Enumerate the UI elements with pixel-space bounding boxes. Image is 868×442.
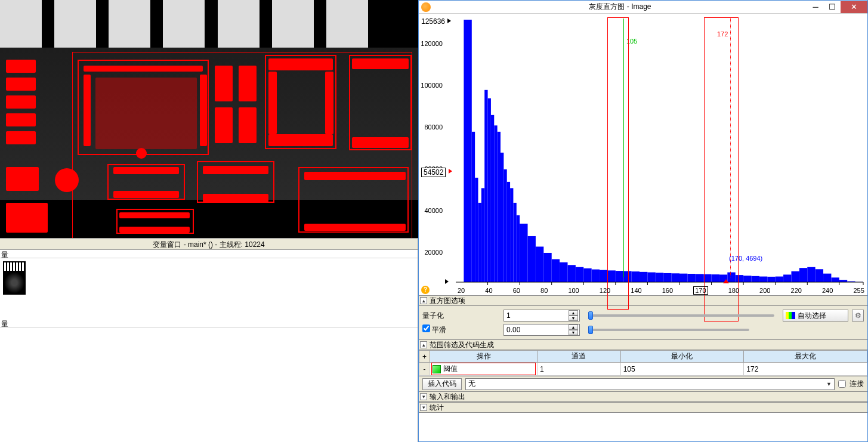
svg-rect-51	[791, 271, 799, 282]
svg-rect-19	[536, 246, 543, 282]
smooth-label-wrap: 平滑	[422, 324, 500, 335]
svg-rect-10	[498, 132, 501, 282]
spin-down-icon[interactable]: ▼	[569, 330, 578, 335]
help-icon[interactable]: ?	[421, 286, 430, 294]
table-row[interactable]: - 阈值 1 105 172	[419, 363, 867, 376]
settings-button[interactable]	[852, 310, 864, 322]
svg-rect-7	[488, 98, 491, 282]
section-label: 输入和输出	[430, 392, 465, 402]
code-language-select[interactable]: 无 ▼	[465, 378, 835, 390]
maximize-button[interactable]: ☐	[824, 1, 841, 13]
section-label: 范围筛选及代码生成	[430, 340, 494, 350]
svg-rect-3	[475, 178, 478, 282]
col-max: 最大化	[744, 351, 867, 363]
col-min: 最小化	[620, 351, 744, 363]
threshold-icon	[433, 365, 441, 373]
svg-rect-48	[767, 277, 775, 282]
svg-rect-35	[663, 273, 671, 282]
svg-rect-37	[679, 274, 687, 282]
svg-rect-47	[759, 277, 767, 282]
spin-up-icon[interactable]: ▲	[569, 324, 578, 330]
svg-rect-13	[507, 182, 510, 282]
quantization-label: 量子化	[422, 311, 500, 321]
svg-rect-12	[503, 169, 506, 282]
section-io[interactable]: ▾ 输入和输出	[419, 391, 867, 402]
cell-min[interactable]: 105	[620, 363, 744, 376]
auto-icon	[786, 312, 795, 319]
zero-arrow-icon	[445, 279, 449, 284]
add-row-button[interactable]: +	[419, 351, 430, 363]
svg-rect-46	[752, 276, 759, 282]
svg-rect-17	[520, 224, 527, 282]
histogram-svg	[419, 14, 867, 295]
auto-select-button[interactable]: 自动选择	[783, 310, 848, 322]
y-max-label: 125636	[421, 17, 445, 26]
close-button[interactable]: ✕	[841, 1, 867, 13]
histogram-chart[interactable]: 12000010000080000600004000020000 125636 …	[419, 14, 867, 295]
connect-checkbox[interactable]	[838, 380, 846, 388]
svg-rect-2	[472, 132, 475, 282]
quantization-input[interactable]: ▲▼	[503, 310, 580, 322]
spin-down-icon[interactable]: ▼	[569, 316, 578, 321]
threshold-table: + 操作 通道 最小化 最大化 - 阈值 1 105 172	[419, 350, 867, 376]
chevron-down-icon: ▼	[826, 381, 832, 387]
svg-rect-54	[816, 269, 823, 282]
remove-row-button[interactable]: -	[419, 363, 430, 376]
left-panel: 变量窗口 - main* () - 主线程: 10224 量 量	[0, 0, 418, 442]
spin-up-icon[interactable]: ▲	[569, 310, 578, 316]
panel-label-bottom: 量	[0, 319, 418, 327]
svg-rect-20	[543, 253, 551, 282]
svg-rect-56	[831, 277, 839, 282]
svg-rect-6	[484, 90, 487, 282]
col-channel: 通道	[538, 351, 621, 363]
select-value: 无	[468, 379, 475, 389]
svg-rect-36	[672, 273, 679, 282]
smooth-input[interactable]: ▲▼	[503, 324, 580, 336]
svg-rect-9	[494, 125, 497, 282]
image-thumbnail[interactable]	[2, 261, 26, 295]
smooth-checkbox[interactable]	[422, 324, 430, 332]
svg-rect-38	[687, 274, 695, 282]
quantization-field[interactable]	[504, 311, 569, 320]
smooth-label: 平滑	[432, 326, 446, 334]
col-operation: 操作	[430, 351, 538, 363]
x-axis-labels: 20406080100120140160170180200220240255	[458, 286, 864, 295]
title-bar[interactable]: 灰度直方图 - Image ─ ☐ ✕	[419, 1, 867, 14]
insert-code-button[interactable]: 插入代码	[422, 378, 462, 390]
cell-channel[interactable]: 1	[538, 363, 621, 376]
window-title: 灰度直方图 - Image	[433, 2, 807, 12]
svg-rect-23	[567, 265, 575, 282]
cell-operation[interactable]: 阈值	[430, 363, 538, 376]
panel-label-top: 量	[0, 250, 418, 258]
pcb-image-viewer[interactable]	[0, 0, 418, 238]
svg-rect-27	[600, 270, 607, 282]
quantization-slider[interactable]	[588, 314, 774, 317]
svg-rect-52	[799, 268, 807, 282]
svg-rect-15	[513, 203, 516, 282]
section-stats[interactable]: ▾ 统计	[419, 402, 867, 413]
smooth-slider[interactable]	[588, 329, 749, 331]
y-cursor-arrow-icon	[449, 169, 452, 174]
gear-icon	[855, 311, 861, 320]
svg-rect-4	[478, 203, 481, 282]
svg-rect-25	[583, 268, 591, 282]
thumbnail-strip	[0, 258, 418, 319]
smooth-field[interactable]	[504, 326, 569, 334]
svg-rect-31	[632, 271, 640, 282]
cell-max[interactable]: 172	[744, 363, 867, 376]
svg-rect-22	[560, 262, 567, 282]
auto-select-label: 自动选择	[798, 311, 826, 321]
svg-rect-26	[592, 270, 600, 282]
section-label: 直方图选项	[430, 296, 465, 306]
svg-rect-14	[510, 188, 513, 282]
app-icon	[421, 2, 431, 12]
roi-rectangle[interactable]	[72, 52, 412, 238]
svg-rect-16	[517, 215, 520, 282]
section-range-filter[interactable]: ▴ 范围筛选及代码生成	[419, 339, 867, 350]
section-histogram-options[interactable]: ▴ 直方图选项	[419, 295, 867, 306]
svg-rect-39	[696, 274, 703, 282]
annotation-rect-2	[704, 17, 739, 322]
minimize-button[interactable]: ─	[807, 1, 824, 13]
blank-area	[0, 327, 418, 442]
variable-window-title: 变量窗口 - main* () - 主线程: 10224	[0, 238, 418, 250]
